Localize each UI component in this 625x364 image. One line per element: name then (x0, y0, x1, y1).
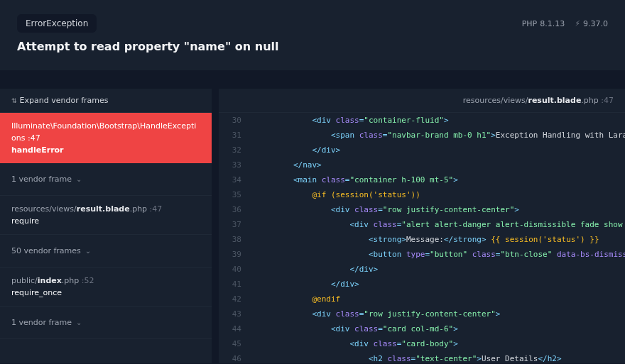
code-panel: resources/views/result.blade.php :47 30 … (219, 89, 625, 363)
stack-frame[interactable]: resources/views/result.blade.php :47requ… (0, 196, 212, 235)
file-line-sep: : (599, 96, 604, 105)
line-number: 39 (219, 247, 250, 262)
vendor-frame-label: 1 vendor frame (11, 173, 72, 185)
line-number: 34 (219, 172, 250, 187)
file-path-post: .php (581, 96, 598, 105)
line-number: 46 (219, 351, 250, 363)
frame-function: require (11, 215, 200, 227)
code-line: 37 <div class="alert alert-danger alert-… (219, 217, 625, 232)
code-line: 36 <div class="row justify-content-cente… (219, 202, 625, 217)
line-content: </div> (250, 262, 625, 277)
vendor-frame-label: 50 vendor frames (11, 245, 81, 257)
line-number: 44 (219, 321, 250, 336)
version-info: PHP 8.1.13 ⚡ 9.37.0 (522, 19, 608, 28)
file-path-pre: resources/views/ (463, 96, 528, 105)
chevron-down-icon: ⌄ (76, 174, 82, 185)
line-content: </div> (250, 143, 625, 158)
file-path-name: result.blade (528, 96, 581, 105)
stack-trace-sidebar: ⇅ Expand vendor frames Illuminate\Founda… (0, 89, 212, 363)
code-line: 33 </nav> (219, 158, 625, 172)
line-number: 36 (219, 202, 250, 217)
error-message: Attempt to read property "name" on null (17, 40, 608, 53)
line-content: <div class="container-fluid"> (250, 113, 625, 128)
line-content: <div class="row justify-content-center"> (250, 202, 625, 217)
laravel-version: ⚡ 9.37.0 (575, 19, 608, 28)
line-number: 32 (219, 143, 250, 158)
vendor-frame-group[interactable]: 1 vendor frame⌄ (0, 307, 212, 339)
code-line: 44 <div class="card col-md-6"> (219, 321, 625, 336)
code-line: 35 @if (session('status')) (219, 187, 625, 202)
code-line: 31 <span class="navbar-brand mb-0 h1">Ex… (219, 128, 625, 143)
exception-class-badge: ErrorException (17, 14, 97, 33)
header-top: ErrorException PHP 8.1.13 ⚡ 9.37.0 (17, 14, 608, 33)
code-block: 30 <div class="container-fluid">31 <span… (219, 113, 625, 363)
code-line: 41 </div> (219, 277, 625, 292)
line-number: 33 (219, 158, 250, 172)
chevron-down-icon: ⌄ (85, 246, 91, 257)
code-line: 46 <h2 class="text-center">User Details<… (219, 351, 625, 363)
code-line: 38 <strong>Message:</strong> {{ session(… (219, 232, 625, 247)
chevron-down-icon: ⌄ (76, 317, 82, 329)
line-content: <span class="navbar-brand mb-0 h1">Excep… (250, 128, 625, 143)
line-content: <div class="row justify-content-center"> (250, 307, 625, 321)
code-line: 42 @endif (219, 292, 625, 307)
line-number: 31 (219, 128, 250, 143)
error-header: ErrorException PHP 8.1.13 ⚡ 9.37.0 Attem… (0, 0, 625, 70)
code-line: 43 <div class="row justify-content-cente… (219, 307, 625, 321)
expand-icon: ⇅ (11, 97, 17, 104)
line-content: <div class="card-body"> (250, 336, 625, 351)
main: ⇅ Expand vendor frames Illuminate\Founda… (0, 70, 625, 363)
frame-path: resources/views/result.blade.php :47 (11, 203, 200, 215)
file-header: resources/views/result.blade.php :47 (219, 89, 625, 113)
code-line: 40 </div> (219, 262, 625, 277)
line-number: 30 (219, 113, 250, 128)
stack-frame[interactable]: Illuminate\Foundation\Bootstrap\HandleEx… (0, 113, 212, 163)
line-number: 42 (219, 292, 250, 307)
line-number: 37 (219, 217, 250, 232)
line-number: 45 (219, 336, 250, 351)
frame-path: Illuminate\Foundation\Bootstrap\HandleEx… (11, 120, 200, 144)
code-line: 32 </div> (219, 143, 625, 158)
line-number: 40 (219, 262, 250, 277)
line-content: <h2 class="text-center">User Details</h2… (250, 351, 625, 363)
line-content: @if (session('status')) (250, 187, 625, 202)
line-number: 38 (219, 232, 250, 247)
line-content: </nav> (250, 158, 625, 172)
line-number: 41 (219, 277, 250, 292)
code-line: 45 <div class="card-body"> (219, 336, 625, 351)
code-line: 30 <div class="container-fluid"> (219, 113, 625, 128)
expand-vendor-frames-button[interactable]: ⇅ Expand vendor frames (0, 89, 212, 113)
frame-function: require_once (11, 287, 200, 299)
line-content: @endif (250, 292, 625, 307)
line-content: <button type="button" class="btn-close" … (250, 247, 625, 262)
line-content: <div class="alert alert-danger alert-dis… (250, 217, 625, 232)
code-line: 39 <button type="button" class="btn-clos… (219, 247, 625, 262)
code-line: 34 <main class="container h-100 mt-5"> (219, 172, 625, 187)
frames-list: Illuminate\Foundation\Bootstrap\HandleEx… (0, 113, 212, 339)
php-version: PHP 8.1.13 (522, 19, 565, 28)
frame-function: handleError (11, 144, 200, 156)
vendor-frame-group[interactable]: 50 vendor frames⌄ (0, 235, 212, 268)
laravel-icon: ⚡ (575, 19, 580, 28)
line-content: <main class="container h-100 mt-5"> (250, 172, 625, 187)
file-line: 47 (604, 96, 614, 105)
line-number: 43 (219, 307, 250, 321)
stack-frame[interactable]: public/index.php :52require_once (0, 268, 212, 307)
line-content: <div class="card col-md-6"> (250, 321, 625, 336)
vendor-frame-label: 1 vendor frame (11, 316, 72, 329)
vendor-frame-group[interactable]: 1 vendor frame⌄ (0, 163, 212, 196)
expand-label: Expand vendor frames (20, 96, 109, 105)
line-content: </div> (250, 277, 625, 292)
line-number: 35 (219, 187, 250, 202)
line-content: <strong>Message:</strong> {{ session('st… (250, 232, 625, 247)
frame-path: public/index.php :52 (11, 275, 200, 287)
